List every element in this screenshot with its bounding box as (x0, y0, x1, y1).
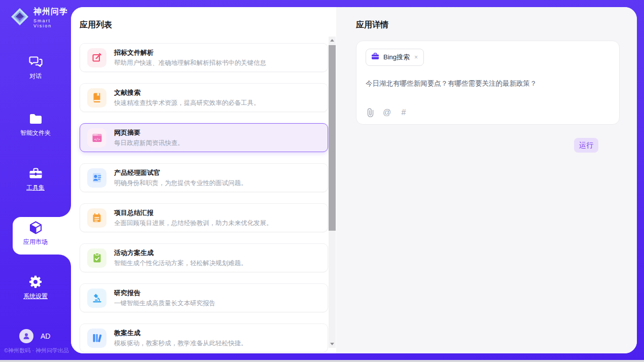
tool-tag-bing-search[interactable]: Bing搜索 × (366, 49, 424, 66)
books-icon (87, 329, 106, 348)
clipboard-check-icon (87, 248, 106, 268)
sidebar-item-3[interactable]: 应用市场 (0, 221, 71, 253)
scrollbar[interactable] (329, 37, 336, 348)
sidebar-item-4[interactable]: 系统设置 (0, 275, 71, 307)
gear-icon (28, 275, 43, 289)
brand-diamond-icon (10, 7, 29, 28)
app-card-description: 一键智能生成高质量长文本研究报告 (114, 299, 216, 308)
run-button[interactable]: 运行 (574, 138, 598, 153)
sidebar-item-0[interactable]: 对话 (0, 55, 71, 87)
app-card-title: 教案生成 (114, 329, 247, 338)
scrollbar-thumb[interactable] (329, 45, 336, 231)
scroll-up-button[interactable] (329, 37, 336, 44)
paperclip-icon[interactable] (366, 108, 375, 117)
sidebar-item-label: 应用市场 (23, 238, 48, 246)
user-initials: AD (41, 332, 50, 340)
app-card-description: 快速精准查找学术资源，提高研究效率的必备工具。 (114, 99, 260, 107)
sidebar: 神州问学 Smart Vision 对话智能文件夹工具集应用市场系统设置 AD … (0, 0, 71, 360)
microscope-icon (87, 288, 106, 308)
app-card-description: 全面回顾项目进展，总结经验教训，助力未来优化发展。 (114, 219, 273, 228)
summary-note-icon (87, 208, 106, 228)
triangle-down-icon (330, 343, 334, 345)
toolbox-icon (28, 166, 43, 180)
app-card-5[interactable]: 活动方案生成智能生成个性化活动方案，轻松解决规划难题。 (80, 243, 328, 272)
app-list-title: 应用列表 (80, 20, 112, 30)
sidebar-item-1[interactable]: 智能文件夹 (0, 112, 71, 144)
sidebar-item-label: 系统设置 (23, 292, 48, 301)
webpage-code-icon: </> (87, 128, 106, 148)
user-account[interactable]: AD (19, 329, 50, 343)
close-icon[interactable]: × (414, 54, 418, 61)
app-card-7[interactable]: 教案生成模板驱动，教案秒成，教学准备从此轻松快捷。 (80, 323, 328, 352)
sidebar-item-label: 智能文件夹 (20, 129, 51, 137)
hash-icon[interactable]: # (399, 108, 408, 117)
app-card-4[interactable]: 项目总结汇报全面回顾项目进展，总结经验教训，助力未来优化发展。 (80, 203, 328, 232)
briefcase-icon (371, 52, 379, 62)
app-card-3[interactable]: 产品经理面试官明确身份和职责，为您提供专业性的面试问题。 (80, 163, 328, 192)
app-card-6[interactable]: 研究报告一键智能生成高质量长文本研究报告 (80, 283, 328, 312)
app-card-title: 项目总结汇报 (114, 208, 273, 218)
query-text[interactable]: 今日湖北有哪些新闻要点？有哪些需要关注的最新政策？ (366, 79, 610, 88)
app-list-panel: 应用列表 招标文件解析帮助用户快速、准确地理解和解析招标书中的关键信息文献搜索快… (71, 7, 336, 353)
triangle-up-icon (330, 39, 334, 42)
scroll-down-button[interactable] (329, 340, 336, 348)
app-card-1[interactable]: 文献搜索快速精准查找学术资源，提高研究效率的必备工具。 (80, 83, 328, 112)
avatar (19, 329, 33, 343)
book-icon (87, 88, 106, 107)
app-card-description: 帮助用户快速、准确地理解和解析招标书中的关键信息 (114, 59, 266, 67)
folder-icon (28, 112, 43, 126)
app-card-title: 活动方案生成 (114, 248, 247, 258)
attachment-toolbar: @# (366, 108, 408, 117)
app-frame: 神州问学 Smart Vision 对话智能文件夹工具集应用市场系统设置 AD … (0, 0, 644, 360)
sidebar-item-label: 工具集 (26, 184, 45, 192)
interviewer-icon (87, 168, 106, 188)
cube-icon (28, 221, 43, 235)
brand-tagline: Smart Vision (33, 18, 71, 28)
brand-name: 神州问学 (33, 7, 71, 17)
app-card-2[interactable]: </>网页摘要每日政府新闻资讯快查。 (80, 123, 328, 152)
app-card-description: 明确身份和职责，为您提供专业性的面试问题。 (114, 179, 247, 188)
sidebar-item-label: 对话 (29, 72, 42, 81)
app-card-title: 文献搜索 (114, 88, 260, 97)
tool-tag-label: Bing搜索 (383, 53, 410, 62)
app-card-description: 智能生成个性化活动方案，轻松解决规划难题。 (114, 259, 247, 268)
app-card-0[interactable]: 招标文件解析帮助用户快速、准确地理解和解析招标书中的关键信息 (80, 43, 328, 72)
brand-logo: 神州问学 Smart Vision (10, 7, 71, 28)
app-card-list: 招标文件解析帮助用户快速、准确地理解和解析招标书中的关键信息文献搜索快速精准查找… (80, 43, 328, 352)
app-card-title: 产品经理面试官 (114, 168, 247, 177)
at-icon[interactable]: @ (382, 108, 391, 117)
app-card-title: 研究报告 (114, 288, 216, 298)
app-detail-panel: 应用详情 Bing搜索 × 今日湖北有哪些新闻要点？有哪些需要关注的最新政策？ … (336, 7, 637, 353)
app-card-description: 每日政府新闻资讯快查。 (114, 139, 184, 148)
sidebar-item-2[interactable]: 工具集 (0, 166, 71, 199)
prompt-card: Bing搜索 × 今日湖北有哪些新闻要点？有哪些需要关注的最新政策？ @# (356, 41, 620, 125)
app-detail-title: 应用详情 (356, 20, 388, 30)
app-card-title: 网页摘要 (114, 128, 184, 137)
app-card-description: 模板驱动，教案秒成，教学准备从此轻松快捷。 (114, 339, 247, 348)
copyright-text: ©神州数码 · 神州问学出品 (4, 347, 69, 354)
main-panel: 应用列表 招标文件解析帮助用户快速、准确地理解和解析招标书中的关键信息文献搜索快… (71, 7, 637, 353)
svg-text:</>: </> (94, 137, 100, 141)
edit-document-icon (87, 48, 106, 67)
app-card-title: 招标文件解析 (114, 48, 266, 57)
chat-icon (28, 55, 43, 69)
